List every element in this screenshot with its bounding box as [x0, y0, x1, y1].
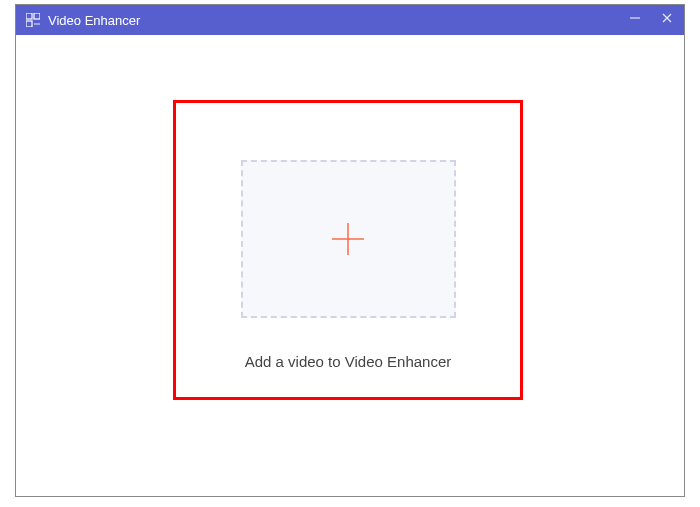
highlight-annotation: Add a video to Video Enhancer — [173, 100, 523, 400]
close-button[interactable] — [660, 11, 674, 29]
minimize-button[interactable] — [628, 11, 642, 29]
svg-point-4 — [38, 23, 40, 25]
window-controls — [628, 11, 674, 29]
app-title: Video Enhancer — [48, 13, 628, 28]
title-bar: Video Enhancer — [16, 5, 684, 35]
add-video-dropzone[interactable] — [241, 160, 456, 318]
dropzone-instruction: Add a video to Video Enhancer — [245, 353, 452, 370]
content-area: Add a video to Video Enhancer — [16, 35, 684, 496]
svg-point-3 — [36, 23, 38, 25]
svg-rect-0 — [26, 13, 32, 19]
svg-rect-2 — [26, 21, 32, 27]
svg-point-5 — [34, 23, 36, 25]
svg-rect-1 — [34, 13, 40, 19]
app-icon — [26, 13, 40, 27]
app-window: Video Enhancer — [15, 4, 685, 497]
plus-icon — [328, 219, 368, 259]
